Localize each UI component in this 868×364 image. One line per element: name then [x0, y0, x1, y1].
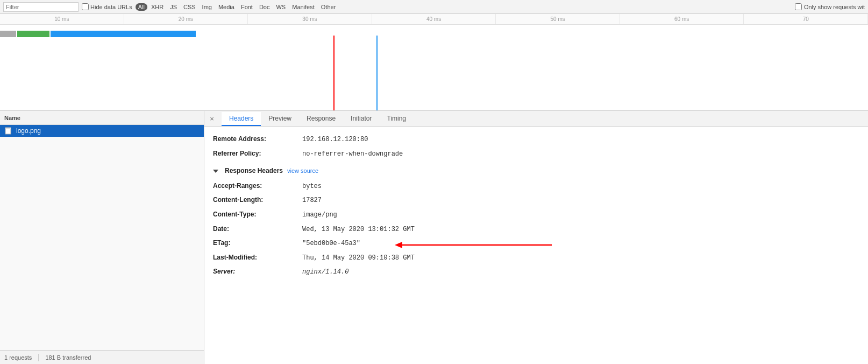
etag-key: ETag:: [213, 237, 299, 249]
view-source-link[interactable]: view source: [287, 166, 318, 177]
type-btn-xhr[interactable]: XHR: [148, 3, 166, 11]
tab-initiator[interactable]: Initiator: [343, 112, 379, 126]
detail-content: Remote Address: 192.168.12.120:80 Referr…: [204, 127, 868, 364]
timeline-bars: [0, 29, 868, 39]
accept-ranges-row: Accept-Ranges: bytes: [213, 180, 859, 193]
close-button[interactable]: ×: [207, 114, 217, 124]
tick-40ms: 40 ms: [372, 14, 496, 24]
file-list-items: logo.png: [0, 125, 204, 350]
tab-preview[interactable]: Preview: [261, 112, 299, 126]
content-length-row: Content-Length: 17827: [213, 194, 859, 207]
requests-count: 1 requests: [4, 354, 32, 361]
content-type-key: Content-Type:: [213, 209, 299, 221]
tick-50ms: 50 ms: [496, 14, 620, 24]
type-btn-css[interactable]: CSS: [181, 3, 198, 11]
date-row: Date: Wed, 13 May 2020 13:01:32 GMT: [213, 223, 859, 236]
type-btn-img[interactable]: Img: [200, 3, 215, 11]
tick-70ms: 70: [744, 14, 868, 24]
main-area: Name logo.png 1 requests 181 B transferr…: [0, 111, 868, 364]
file-icon: [4, 127, 13, 135]
only-show-requests-label: Only show requests wit: [804, 4, 865, 10]
last-modified-key: Last-Modified:: [213, 252, 299, 264]
type-btn-js[interactable]: JS: [167, 3, 180, 11]
vertical-line-blue: [376, 36, 378, 111]
tick-20ms: 20 ms: [124, 14, 248, 24]
file-list-header: Name: [0, 111, 204, 125]
timeline-content: [0, 25, 868, 111]
tick-60ms: 60 ms: [620, 14, 744, 24]
server-key: Server:: [213, 266, 299, 278]
server-value: nginx/1.14.0: [302, 267, 348, 278]
only-show-requests-check[interactable]: [795, 3, 802, 10]
accept-ranges-key: Accept-Ranges:: [213, 180, 299, 192]
tick-10ms: 10 ms: [0, 14, 124, 24]
type-btn-ws[interactable]: WS: [273, 3, 288, 11]
file-name: logo.png: [16, 127, 41, 135]
bar-gray: [0, 31, 16, 37]
filter-right-area: Only show requests wit: [795, 3, 865, 10]
type-btn-other[interactable]: Other: [318, 3, 339, 11]
detail-panel: × Headers Preview Response Initiator Tim…: [204, 111, 868, 364]
timeline-ruler: 10 ms 20 ms 30 ms 40 ms 50 ms 60 ms 70: [0, 14, 868, 25]
type-btn-font[interactable]: Font: [238, 3, 255, 11]
hide-data-urls-label: Hide data URLs: [90, 4, 132, 10]
svg-rect-1: [5, 128, 11, 129]
referrer-policy-value: no-referrer-when-downgrade: [302, 149, 403, 160]
referrer-policy-key: Referrer Policy:: [213, 148, 299, 160]
content-type-row: Content-Type: image/png: [213, 209, 859, 221]
hide-data-urls-check[interactable]: [82, 3, 89, 10]
type-btn-doc[interactable]: Doc: [257, 3, 273, 11]
date-value: Wed, 13 May 2020 13:01:32 GMT: [302, 224, 415, 236]
content-length-key: Content-Length:: [213, 194, 299, 206]
response-headers-label: Response Headers: [225, 165, 283, 177]
red-arrow-svg: [385, 239, 557, 255]
tabs-bar: × Headers Preview Response Initiator Tim…: [204, 111, 868, 127]
hide-data-urls-checkbox[interactable]: Hide data URLs: [82, 3, 132, 10]
vertical-line-red: [333, 36, 335, 111]
referrer-policy-row: Referrer Policy: no-referrer-when-downgr…: [213, 148, 859, 160]
timeline-area: 10 ms 20 ms 30 ms 40 ms 50 ms 60 ms 70: [0, 14, 868, 111]
tick-30ms: 30 ms: [248, 14, 372, 24]
remote-address-value: 192.168.12.120:80: [302, 134, 368, 146]
svg-marker-3: [395, 242, 402, 248]
tab-headers[interactable]: Headers: [222, 112, 261, 126]
collapse-triangle-icon[interactable]: [213, 170, 218, 173]
content-length-value: 17827: [302, 195, 322, 207]
arrow-annotation: [385, 239, 557, 259]
file-list-panel: Name logo.png 1 requests 181 B transferr…: [0, 111, 204, 364]
date-key: Date:: [213, 223, 299, 235]
tab-response[interactable]: Response: [299, 112, 343, 126]
response-headers-section-title: Response Headers view source: [213, 165, 859, 177]
type-btn-manifest[interactable]: Manifest: [289, 3, 317, 11]
bytes-transferred: 181 B transferred: [45, 354, 91, 361]
accept-ranges-value: bytes: [302, 181, 322, 193]
type-btn-all[interactable]: All: [136, 3, 147, 11]
bar-green: [17, 31, 49, 37]
bar-blue: [51, 31, 196, 37]
remote-address-key: Remote Address:: [213, 134, 299, 145]
list-item[interactable]: logo.png: [0, 125, 204, 137]
etag-value: "5ebd0b0e-45a3": [302, 238, 360, 250]
tab-timing[interactable]: Timing: [379, 112, 414, 126]
type-filter-buttons: All XHR JS CSS Img Media Font Doc WS Man…: [136, 3, 339, 11]
server-row: Server: nginx/1.14.0: [213, 266, 859, 278]
filter-bar: Hide data URLs All XHR JS CSS Img Media …: [0, 0, 868, 14]
filter-input[interactable]: [3, 2, 79, 12]
etag-row: ETag: "5ebd0b0e-45a3": [213, 237, 859, 250]
name-column-header: Name: [4, 115, 20, 121]
file-list-footer: 1 requests 181 B transferred: [0, 350, 204, 364]
remote-address-row: Remote Address: 192.168.12.120:80: [213, 134, 859, 146]
content-type-value: image/png: [302, 209, 337, 221]
type-btn-media[interactable]: Media: [216, 3, 237, 11]
